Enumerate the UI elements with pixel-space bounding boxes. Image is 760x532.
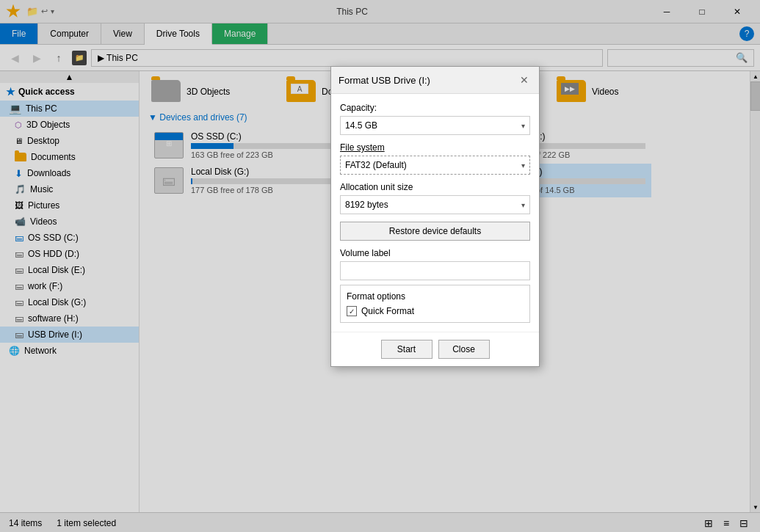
format-options-box: Format options ✓ Quick Format <box>340 285 530 323</box>
capacity-dropdown[interactable]: 14.5 GB ▾ <box>340 116 530 135</box>
start-button[interactable]: Start <box>381 340 433 359</box>
volume-label-input[interactable] <box>340 261 530 280</box>
capacity-value: 14.5 GB <box>345 120 377 131</box>
allocation-value: 8192 bytes <box>345 200 388 210</box>
dialog-titlebar: Format USB Drive (I:) ✕ <box>331 67 539 94</box>
allocation-dropdown[interactable]: 8192 bytes ▾ <box>340 195 530 214</box>
quick-format-checkbox[interactable]: ✓ <box>347 306 357 316</box>
filesystem-label: File system <box>340 142 530 153</box>
checkbox-check-icon: ✓ <box>349 307 355 316</box>
quick-format-label: Quick Format <box>361 306 414 316</box>
close-dialog-button[interactable]: Close <box>438 340 490 359</box>
dialog-title: Format USB Drive (I:) <box>339 75 430 86</box>
filesystem-dropdown[interactable]: FAT32 (Default) ▾ <box>340 156 530 175</box>
dialog-footer: Start Close <box>331 332 539 366</box>
capacity-dropdown-arrow: ▾ <box>521 122 525 130</box>
dialog-body: Capacity: 14.5 GB ▾ File system FAT32 (D… <box>331 94 539 332</box>
volume-label-label: Volume label <box>340 248 530 258</box>
allocation-label: Allocation unit size <box>340 182 530 192</box>
format-options-title: Format options <box>347 291 524 302</box>
filesystem-value: FAT32 (Default) <box>345 160 407 170</box>
dialog-close-x-button[interactable]: ✕ <box>517 73 532 87</box>
allocation-dropdown-arrow: ▾ <box>521 201 525 209</box>
filesystem-dropdown-arrow: ▾ <box>521 161 525 170</box>
capacity-label: Capacity: <box>340 103 530 113</box>
quick-format-row: ✓ Quick Format <box>347 306 524 316</box>
format-dialog: Format USB Drive (I:) ✕ Capacity: 14.5 G… <box>330 66 540 367</box>
restore-defaults-button[interactable]: Restore device defaults <box>340 222 530 241</box>
